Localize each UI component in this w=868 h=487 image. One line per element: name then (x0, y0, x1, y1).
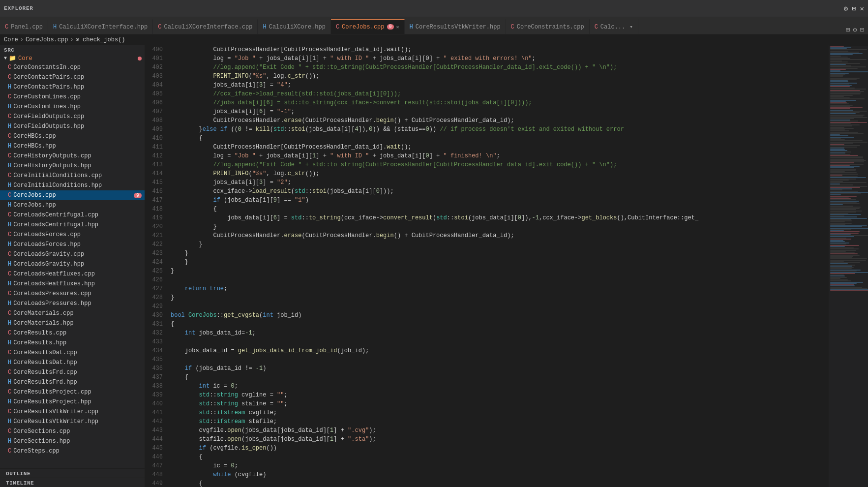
line-number-407: 407 (149, 107, 163, 116)
sidebar-item-loads-centrifugal-cpp[interactable]: C CoreLoadsCentrifugal.cpp (0, 210, 145, 220)
minimap-line (830, 273, 855, 274)
sidebar-item-results-frd-hpp[interactable]: H CoreResultsFrd.hpp (0, 377, 145, 387)
sidebar-item-loads-gravity-hpp[interactable]: H CoreLoadsGravity.hpp (0, 259, 145, 269)
tab-core-jobs-cpp[interactable]: C CoreJobs.cpp 9 ✕ (331, 19, 405, 34)
sidebar-item-loads-pressures-cpp[interactable]: C CoreLoadsPressures.cpp (0, 289, 145, 299)
cpp-icon: C (8, 172, 11, 179)
settings-icon2[interactable]: ⚙ (853, 26, 857, 34)
code-line-426 (169, 275, 829, 284)
sidebar-item-results-vtk-writer-hpp[interactable]: H CoreResultsVtkWriter.hpp (0, 417, 145, 426)
minimap-line (830, 172, 857, 173)
sidebar-item-contact-pairs-hpp[interactable]: H CoreContactPairs.hpp (0, 82, 145, 92)
code-line-445: if (cvgfile.is_open()) (169, 444, 829, 453)
code-line-432: int jobs_data_id=-1; (169, 329, 829, 337)
core-folder[interactable]: ▼ 📁 Core (0, 54, 145, 62)
sidebar-item-sections-hpp[interactable]: H CoreSections.hpp (0, 436, 145, 446)
sidebar-item-contact-pairs-cpp[interactable]: C CoreContactPairs.cpp (0, 72, 145, 82)
line-number-440: 440 (149, 399, 163, 408)
sidebar-item-hbcs-hpp[interactable]: H CoreHBCs.hpp (0, 141, 145, 151)
tab-calculix-core-interface-cpp[interactable]: C CalculiXCoreInterface.cpp (153, 19, 258, 34)
settings-icon[interactable]: ⚙ (844, 4, 848, 13)
tab-panel-cpp[interactable]: C Panel.cpp (0, 19, 48, 34)
sidebar-item-constants[interactable]: C CoreConstantsIn.cpp (0, 62, 145, 72)
sidebar-item-results-hpp[interactable]: H CoreResults.hpp (0, 338, 145, 348)
sidebar-item-custom-lines-cpp[interactable]: C CoreCustomLines.cpp (0, 92, 145, 102)
sidebar-item-loads-forces-cpp[interactable]: C CoreLoadsForces.cpp (0, 230, 145, 240)
code-line-427: return true; (169, 284, 829, 293)
sidebar-item-results-project-cpp[interactable]: C CoreResultsProject.cpp (0, 387, 145, 397)
tab-calculix-core-interface-hpp[interactable]: H CalculiXCoreInterface.hpp (48, 19, 153, 34)
sidebar-item-initial-conditions-cpp[interactable]: C CoreInitialConditions.cpp (0, 171, 145, 181)
breadcrumb-function[interactable]: ⊙ check_jobs() (76, 36, 125, 43)
sidebar-item-results-dat-hpp[interactable]: H CoreResultsDat.hpp (0, 358, 145, 367)
hpp-icon: H (8, 143, 11, 150)
sidebar-item-field-outputs-cpp[interactable]: C CoreFieldOutputs.cpp (0, 112, 145, 122)
sidebar-item-core-jobs-hpp[interactable]: H CoreJobs.hpp (0, 200, 145, 210)
minimap-line (830, 74, 845, 75)
line-number-449: 449 (149, 479, 163, 487)
line-number-408: 408 (149, 116, 163, 125)
layout-icon2[interactable]: ⊟ (860, 26, 864, 34)
line-number-420: 420 (149, 222, 163, 231)
split-editor-icon[interactable]: ⊞ (846, 26, 850, 34)
minimap-line (830, 93, 860, 94)
sidebar-item-core-jobs-cpp[interactable]: C CoreJobs.cpp 9 (0, 190, 145, 200)
hpp-icon: H (8, 438, 11, 445)
minimap-line (830, 160, 866, 161)
tab-calc-ellipsis[interactable]: C Calc... ▾ (590, 19, 638, 34)
sidebar-item-sections-cpp[interactable]: C CoreSections.cpp (0, 426, 145, 436)
breadcrumb-sep1: › (20, 36, 24, 43)
sidebar-item-steps-cpp[interactable]: C CoreSteps.cpp (0, 446, 145, 456)
line-number-425: 425 (149, 267, 163, 275)
sidebar-item-results-cpp[interactable]: C CoreResults.cpp (0, 328, 145, 338)
file-name: CoreLoadsPressures.cpp (13, 290, 91, 297)
sidebar-item-results-vtk-writer-cpp[interactable]: C CoreResultsVtkWriter.cpp (0, 407, 145, 417)
sidebar-item-results-dat-cpp[interactable]: C CoreResultsDat.cpp (0, 348, 145, 358)
hpp-icon: H (8, 418, 11, 425)
tab-calculix-core-hpp[interactable]: H CalculiXCore.hpp (258, 19, 330, 34)
code-line-449: { (169, 479, 829, 487)
explorer-title: EXPLORER (4, 5, 33, 11)
sidebar-item-field-outputs-hpp[interactable]: H CoreFieldOutputs.hpp (0, 122, 145, 131)
sidebar-item-loads-gravity-cpp[interactable]: C CoreLoadsGravity.cpp (0, 249, 145, 259)
minimap[interactable] (829, 45, 868, 487)
sidebar-item-history-outputs-cpp[interactable]: C CoreHistoryOutputs.cpp (0, 151, 145, 161)
file-name: CoreLoadsHeatfluxes.cpp (13, 271, 95, 277)
minimap-line (830, 76, 843, 77)
sidebar-item-loads-heatfluxes-hpp[interactable]: H CoreLoadsHeatfluxes.hpp (0, 279, 145, 289)
sidebar-item-loads-heatfluxes-cpp[interactable]: C CoreLoadsHeatfluxes.cpp (0, 269, 145, 279)
sidebar-item-materials-hpp[interactable]: H CoreMaterials.hpp (0, 318, 145, 328)
sidebar-item-results-project-hpp[interactable]: H CoreResultsProject.hpp (0, 397, 145, 407)
file-name: CoreCustomLines.cpp (13, 93, 81, 100)
sidebar-item-materials-cpp[interactable]: C CoreMaterials.cpp (0, 308, 145, 318)
sidebar-item-initial-conditions-hpp[interactable]: H CoreInitialConditions.hpp (0, 181, 145, 190)
minimap-line (830, 133, 864, 134)
sidebar-item-loads-pressures-hpp[interactable]: H CoreLoadsPressures.hpp (0, 299, 145, 308)
more-tabs-icon[interactable]: ▾ (629, 24, 633, 30)
code-container[interactable]: 4004014024034044054064074084094104114124… (145, 45, 829, 487)
minimap-line (830, 57, 848, 58)
sidebar-item-results-frd-cpp[interactable]: C CoreResultsFrd.cpp (0, 367, 145, 377)
timeline-section: TIMELINE (0, 478, 145, 487)
minimap-line (830, 150, 847, 151)
file-name: CoreSteps.cpp (13, 448, 60, 455)
minimap-line (830, 285, 855, 286)
tab-core-results-vtk-writer-hpp[interactable]: H CoreResultsVtkWriter.hpp (405, 19, 506, 34)
minimap-line (830, 106, 850, 107)
tab-core-constraints-cpp[interactable]: C CoreConstraints.cpp (506, 19, 590, 34)
breadcrumb-file[interactable]: CoreJobs.cpp (26, 36, 68, 43)
sidebar-item-custom-lines-hpp[interactable]: H CoreCustomLines.hpp (0, 102, 145, 112)
layout-icon[interactable]: ⊟ (852, 4, 856, 13)
sidebar-item-loads-forces-hpp[interactable]: H CoreLoadsForces.hpp (0, 240, 145, 249)
cpp-icon: C (8, 192, 11, 199)
code-line-433 (169, 337, 829, 346)
sidebar-item-loads-centrifugal-hpp[interactable]: H CoreLoadsCentrifugal.hpp (0, 220, 145, 230)
close-icon[interactable]: ✕ (860, 4, 864, 13)
breadcrumb-core[interactable]: Core (4, 36, 18, 43)
minimap-line (830, 221, 845, 222)
file-name: CoreResultsDat.hpp (13, 359, 77, 366)
tab-close-icon[interactable]: ✕ (396, 24, 399, 30)
sidebar-item-hbcs-cpp[interactable]: C CoreHBCs.cpp (0, 131, 145, 141)
minimap-line (830, 64, 846, 65)
sidebar-item-history-outputs-hpp[interactable]: H CoreHistoryOutputs.hpp (0, 161, 145, 171)
